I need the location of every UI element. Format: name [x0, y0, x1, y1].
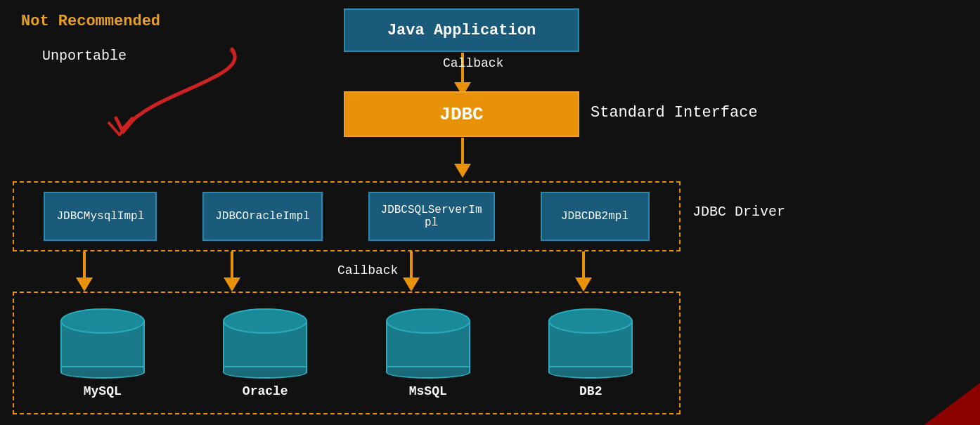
databases-container: MySQL Oracle MsSQL — [13, 292, 681, 414]
mysql-cylinder — [60, 308, 145, 379]
db-oracle: Oracle — [223, 308, 307, 398]
db2-top — [548, 308, 633, 334]
driver-db2: JDBCDB2mpl — [541, 192, 650, 241]
jdbc-label: JDBC — [439, 104, 483, 125]
db-mysql: MySQL — [60, 308, 145, 398]
mysql-top — [60, 308, 145, 334]
callback-label-mid: Callback — [337, 263, 398, 277]
driver-mysql: JDBCMysqlImpl — [44, 192, 157, 241]
mssql-cylinder — [386, 308, 470, 379]
db2-label: DB2 — [579, 384, 602, 398]
standard-interface-label: Standard Interface — [591, 104, 758, 122]
arrow-to-mssql — [397, 251, 425, 294]
bottom-right-decoration — [924, 383, 980, 425]
callback-label-top: Callback — [443, 56, 503, 70]
db-mssql: MsSQL — [386, 308, 470, 398]
oracle-cylinder — [223, 308, 307, 379]
db-db2: DB2 — [548, 308, 633, 398]
db2-cylinder — [548, 308, 633, 379]
mssql-label: MsSQL — [409, 384, 447, 398]
svg-marker-3 — [454, 164, 471, 178]
mssql-bottom — [386, 366, 470, 379]
oracle-bottom — [223, 366, 307, 379]
jdbc-drivers-container: JDBCMysqlImpl JDBCOracleImpl JDBCSQLServ… — [13, 181, 681, 251]
svg-marker-9 — [403, 277, 420, 292]
arrow-to-db2 — [569, 251, 598, 294]
mysql-bottom — [60, 366, 145, 379]
jdbc-driver-label: JDBC Driver — [692, 204, 785, 220]
red-arrow-annotation — [14, 35, 253, 176]
svg-marker-5 — [76, 277, 93, 292]
oracle-label: Oracle — [243, 384, 288, 398]
db2-bottom — [548, 366, 633, 379]
arrow-to-oracle — [218, 251, 246, 294]
java-app-label: Java Application — [387, 22, 536, 39]
driver-oracle: JDBCOracleImpl — [202, 192, 322, 241]
oracle-top — [223, 308, 307, 334]
java-app-box: Java Application — [344, 8, 579, 52]
mssql-top — [386, 308, 470, 334]
arrow-to-mysql — [70, 251, 98, 294]
arrow-jdbc-to-drivers — [449, 138, 477, 180]
driver-sqlserver: JDBCSQLServerImpl — [368, 192, 495, 241]
svg-marker-7 — [224, 277, 240, 292]
jdbc-box: JDBC — [344, 91, 579, 137]
svg-marker-11 — [575, 277, 592, 292]
diagram-container: Not Recommended Unportable Java Applicat… — [0, 0, 980, 425]
not-recommended-label: Not Recommended — [21, 13, 160, 30]
mysql-label: MySQL — [84, 384, 122, 398]
